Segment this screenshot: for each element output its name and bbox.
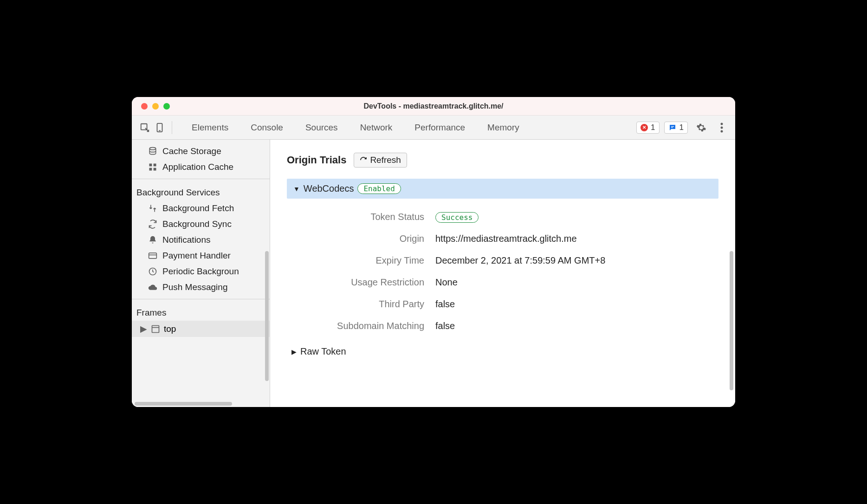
sidebar-item-label: Payment Handler — [162, 251, 231, 261]
svg-point-8 — [149, 148, 155, 150]
sidebar-item-label: Background Sync — [162, 219, 232, 229]
error-count: 1 — [651, 123, 655, 132]
error-icon — [641, 124, 648, 131]
sidebar-divider — [132, 299, 270, 299]
toolbar: Elements Console Sources Network Perform… — [132, 116, 735, 140]
detail-row-origin: Origin https://mediastreamtrack.glitch.m… — [305, 228, 718, 250]
sidebar-item-periodic-background[interactable]: Periodic Backgroun — [132, 264, 270, 279]
refresh-button[interactable]: Refresh — [354, 153, 407, 168]
detail-value: false — [435, 321, 455, 331]
tab-elements[interactable]: Elements — [181, 119, 239, 136]
sidebar-section-background-services: Background Services — [132, 183, 270, 200]
detail-label: Subdomain Matching — [305, 321, 435, 331]
fetch-icon — [148, 203, 158, 213]
sidebar-item-background-fetch[interactable]: Background Fetch — [132, 200, 270, 216]
sidebar-item-label: Periodic Backgroun — [162, 266, 239, 277]
sidebar-item-label: Notifications — [162, 235, 211, 245]
sync-icon — [148, 219, 158, 229]
svg-point-6 — [721, 126, 723, 129]
inspect-element-icon[interactable] — [138, 121, 151, 134]
svg-rect-12 — [154, 168, 156, 171]
svg-point-5 — [721, 123, 723, 125]
detail-value: None — [435, 277, 458, 288]
disclosure-triangle-icon: ▶ — [140, 323, 147, 334]
body: Cache Storage Application Cache Backgrou… — [132, 140, 735, 407]
sidebar-item-application-cache[interactable]: Application Cache — [132, 159, 270, 175]
frame-label: top — [164, 324, 176, 334]
detail-label: Expiry Time — [305, 255, 435, 266]
detail-value: Success — [435, 212, 479, 222]
error-count-badge[interactable]: 1 — [636, 122, 659, 134]
tab-console[interactable]: Console — [239, 119, 294, 136]
tab-performance[interactable]: Performance — [403, 119, 476, 136]
sidebar: Cache Storage Application Cache Backgrou… — [132, 140, 270, 407]
trial-webcodecs-row[interactable]: ▼ WebCodecs Enabled — [287, 179, 718, 199]
sidebar-item-background-sync[interactable]: Background Sync — [132, 216, 270, 232]
svg-rect-9 — [149, 164, 152, 167]
credit-card-icon — [148, 251, 158, 261]
main-vertical-scrollbar[interactable] — [730, 251, 733, 390]
panel-title: Origin Trials — [287, 154, 346, 166]
token-status-pill: Success — [435, 212, 479, 223]
disclosure-triangle-icon: ▶ — [291, 348, 297, 355]
more-options-button[interactable] — [715, 121, 729, 135]
svg-rect-11 — [149, 168, 152, 171]
detail-label: Third Party — [305, 299, 435, 310]
zoom-window-button[interactable] — [163, 103, 170, 110]
detail-value: https://mediastreamtrack.glitch.me — [435, 233, 577, 244]
detail-row-usage-restriction: Usage Restriction None — [305, 271, 718, 293]
cloud-icon — [148, 282, 158, 292]
svg-rect-13 — [149, 253, 157, 258]
toolbar-divider — [172, 121, 172, 134]
sidebar-horizontal-scrollbar[interactable] — [132, 401, 270, 407]
svg-point-7 — [721, 130, 723, 132]
sidebar-item-payment-handler[interactable]: Payment Handler — [132, 248, 270, 264]
scrollbar-thumb[interactable] — [135, 402, 232, 406]
devtools-window: DevTools - mediastreamtrack.glitch.me/ E… — [132, 97, 735, 407]
detail-label: Origin — [305, 233, 435, 244]
tab-network[interactable]: Network — [349, 119, 404, 136]
svg-rect-10 — [154, 164, 156, 167]
titlebar: DevTools - mediastreamtrack.glitch.me/ — [132, 97, 735, 116]
bell-icon — [148, 235, 158, 245]
window-title: DevTools - mediastreamtrack.glitch.me/ — [132, 102, 735, 110]
disclosure-triangle-down-icon: ▼ — [293, 185, 300, 193]
clock-icon — [148, 266, 158, 277]
raw-token-row[interactable]: ▶ Raw Token — [291, 346, 718, 357]
sidebar-divider — [132, 179, 270, 179]
issue-count-badge[interactable]: 1 — [664, 122, 688, 134]
refresh-label: Refresh — [370, 155, 401, 165]
traffic-lights — [132, 103, 170, 110]
tab-memory[interactable]: Memory — [476, 119, 531, 136]
sidebar-item-label: Background Fetch — [162, 203, 234, 213]
detail-row-token-status: Token Status Success — [305, 206, 718, 228]
sidebar-item-label: Application Cache — [162, 162, 233, 172]
refresh-icon — [360, 156, 367, 164]
sidebar-section-frames: Frames — [132, 303, 270, 321]
main-tabs: Elements Console Sources Network Perform… — [181, 119, 531, 136]
tab-sources[interactable]: Sources — [294, 119, 349, 136]
detail-label: Token Status — [305, 212, 435, 222]
device-toggle-icon[interactable] — [153, 121, 166, 134]
issue-count: 1 — [679, 123, 684, 132]
detail-row-subdomain-matching: Subdomain Matching false — [305, 315, 718, 337]
panel-header: Origin Trials Refresh — [287, 153, 718, 168]
sidebar-item-push-messaging[interactable]: Push Messaging — [132, 279, 270, 295]
svg-rect-4 — [671, 127, 673, 128]
issue-icon — [668, 123, 677, 132]
settings-button[interactable] — [694, 121, 708, 135]
sidebar-item-label: Cache Storage — [162, 146, 221, 156]
frame-item-top[interactable]: ▶ top — [132, 321, 270, 337]
detail-row-expiry-time: Expiry Time December 2, 2021 at 7:59:59 … — [305, 250, 718, 271]
sidebar-item-notifications[interactable]: Notifications — [132, 232, 270, 248]
minimize-window-button[interactable] — [152, 103, 159, 110]
sidebar-item-label: Push Messaging — [162, 282, 227, 292]
detail-label: Usage Restriction — [305, 277, 435, 288]
sidebar-item-cache-storage[interactable]: Cache Storage — [132, 140, 270, 159]
frame-icon — [151, 324, 160, 334]
grid-icon — [148, 162, 158, 172]
sidebar-vertical-scrollbar[interactable] — [265, 251, 269, 381]
close-window-button[interactable] — [141, 103, 148, 110]
trial-details: Token Status Success Origin https://medi… — [305, 206, 718, 337]
trial-name: WebCodecs — [304, 183, 354, 194]
